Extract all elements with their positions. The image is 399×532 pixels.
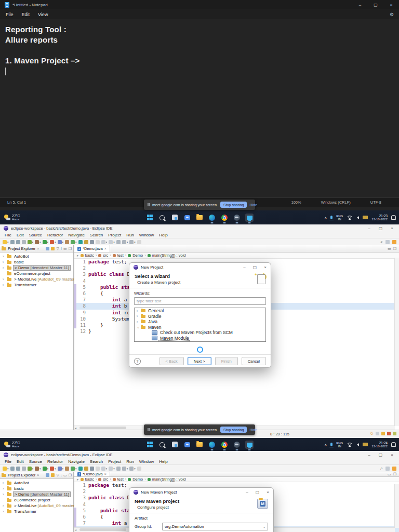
progress-icon[interactable] [393,432,396,435]
help-button[interactable]: ? [134,358,141,365]
external-tools-icon[interactable]: ▾ [50,467,56,471]
minimize-view-icon[interactable]: ▭ [388,247,391,251]
junit-icon[interactable] [78,467,83,471]
minimize-icon[interactable]: – [368,226,370,231]
file-explorer-button[interactable] [195,441,204,449]
expand-arrow-icon[interactable]: › [3,493,5,496]
new-class-icon[interactable]: ▾ [71,467,77,471]
last-edit-location-icon[interactable] [116,240,121,244]
sync-icon[interactable]: ↻ [370,431,374,436]
maximize-icon[interactable]: ▢ [368,3,383,7]
expand-arrow-icon[interactable]: › [3,504,5,508]
menu-run[interactable]: Run [124,459,137,464]
expand-arrow-icon[interactable]: › [3,510,5,513]
back-icon[interactable]: ▾ [122,467,128,471]
save-all-icon[interactable] [16,467,20,471]
debug-icon[interactable]: ▾ [28,467,34,471]
menu-project[interactable]: Project [105,459,124,464]
notification-bell-icon[interactable] [391,442,396,447]
wizard-tree-item-maven[interactable]: ⌄Maven [135,325,265,330]
group-id-combobox[interactable]: org.DemoAutomation ⌄ [162,523,268,530]
maximize-icon[interactable]: ▢ [379,453,383,457]
quick-search-icon[interactable]: ⌕ [380,239,383,245]
stop-sharing-button[interactable]: Stop sharing [220,427,247,433]
widgets-button[interactable] [170,441,179,449]
menu-source[interactable]: Source [26,459,45,464]
new-wizard-icon[interactable]: ▾ [3,467,9,471]
eclipse-ide-button[interactable] [233,214,241,222]
project-explorer-tab[interactable]: Project Explorer × ▽ ⁝ ▭ ❐ [0,245,73,252]
menu-help[interactable]: Help [156,459,170,464]
eclipse-ide-button[interactable] [233,441,241,449]
menu-run[interactable]: Run [124,233,137,237]
microphone-icon[interactable] [330,216,332,219]
run-icon[interactable]: ▾ [43,240,49,244]
hide-link[interactable]: Hide [249,428,257,432]
expand-arrow-icon[interactable]: › [137,320,139,324]
maximize-icon[interactable]: ▢ [256,490,260,495]
close-icon[interactable]: × [104,247,107,250]
clock-widget[interactable]: 21:23 12-10-2022 [371,214,388,221]
new-java-project-icon[interactable]: ▾ [58,240,64,244]
tree-item-autobot[interactable]: ›AutoBot [0,480,73,486]
new-wizard-icon[interactable]: ▾ [3,240,9,244]
tree-item-transformer[interactable]: ›Transformer [0,509,73,514]
breadcrumb-item[interactable]: main(String[]) : void [152,477,186,482]
pin-editor-icon[interactable] [137,467,141,471]
stop-sharing-button[interactable]: Stop sharing [220,202,247,208]
java-perspective-icon[interactable] [392,240,396,244]
filter-icon[interactable]: ▽ [56,473,59,477]
maximize-icon[interactable]: ▢ [253,265,257,270]
link-with-editor-icon[interactable] [51,473,55,477]
chrome-button[interactable] [220,441,229,449]
dialog-titlebar[interactable]: New Project – ▢ × [129,263,271,272]
file-explorer-button[interactable] [195,214,204,222]
breadcrumb-item[interactable]: Demo [132,477,143,482]
expand-arrow-icon[interactable]: › [3,260,5,264]
breadcrumb-item[interactable]: basic [85,477,95,482]
menu-edit[interactable]: Edit [14,233,26,237]
new-package-icon[interactable] [65,240,69,244]
maximize-view-icon[interactable]: ❐ [69,473,72,477]
widgets-button[interactable] [170,214,179,222]
eclipse-titlebar[interactable]: eclipse-workspace - basic/src/test/Demo.… [0,224,399,232]
hide-link[interactable]: Hide [249,203,257,207]
menu-help[interactable]: Help [156,233,170,237]
wizard-tree-item-general[interactable]: ›General [135,308,265,314]
next-annotation-icon[interactable]: ▾ [101,467,108,471]
minimize-icon[interactable]: – [246,490,248,495]
expand-arrow-icon[interactable]: › [3,266,5,270]
minimize-view-icon[interactable]: ▭ [63,247,67,251]
print-icon[interactable] [22,240,26,244]
tree-item-basic[interactable]: ›basic [0,486,73,491]
java-search-icon[interactable] [90,240,94,244]
menu-navigate[interactable]: Navigate [65,233,87,237]
weather-widget[interactable]: 27°C Haze [4,214,20,221]
back-button[interactable]: < Back [159,357,184,365]
menu-view[interactable]: View [34,11,52,18]
start-button[interactable] [145,214,154,222]
close-icon[interactable]: × [37,247,39,250]
chrome-button[interactable] [220,214,229,222]
close-icon[interactable]: × [391,226,393,231]
close-icon[interactable]: × [267,490,269,495]
minimize-view-icon[interactable]: ▭ [63,473,67,477]
pin-editor-icon[interactable] [137,240,141,244]
wifi-icon[interactable] [347,216,352,220]
project-explorer-tab[interactable]: Project Explorer × ▽ ⁝ ▭ ❐ [0,472,73,479]
save-all-icon[interactable] [16,240,20,244]
view-menu-icon[interactable]: ⁝ [61,247,62,251]
menu-file[interactable]: File [2,11,18,18]
search-button[interactable] [158,441,166,449]
mark-occurrences-icon[interactable] [96,467,100,471]
print-icon[interactable] [22,467,26,471]
breadcrumb-item[interactable]: src [103,253,108,258]
vertical-scrollbar[interactable] [394,484,399,528]
menu-file[interactable]: File [2,459,14,464]
breadcrumb-item[interactable]: main(String[]) : void [152,253,186,258]
tree-item-autobot[interactable]: ›AutoBot [0,254,73,259]
encoding[interactable]: UTF-8 [370,200,381,205]
java-search-icon[interactable] [90,467,94,471]
notepad-titlebar[interactable]: *Untitled - Notepad – ▢ × [0,0,399,9]
close-icon[interactable]: × [391,453,393,457]
